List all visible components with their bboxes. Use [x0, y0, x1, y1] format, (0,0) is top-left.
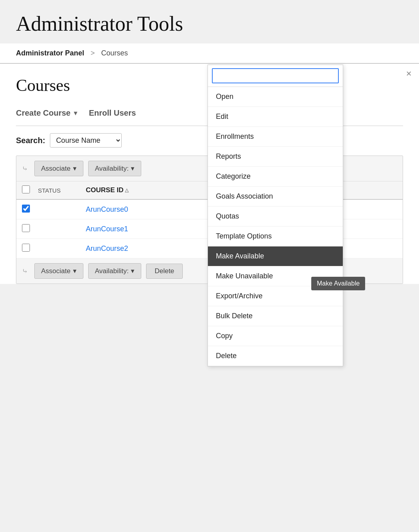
dropdown-item-edit[interactable]: Edit [208, 107, 343, 127]
search-label: Search: [16, 136, 45, 145]
dropdown-item-enrollments[interactable]: Enrollments [208, 127, 343, 147]
page-header: Administrator Tools [0, 0, 419, 43]
dropdown-item-copy[interactable]: Copy [208, 326, 343, 346]
bottom-availability-button[interactable]: Availability: ▾ [88, 263, 142, 279]
dropdown-item-open[interactable]: Open [208, 87, 343, 107]
create-course-chevron-icon: ▾ [74, 109, 77, 117]
make-available-tooltip: Make Available [311, 277, 365, 290]
dropdown-item-delete[interactable]: Delete [208, 346, 343, 366]
dropdown-search-row [208, 65, 343, 87]
context-dropdown: Open Edit Enrollments Reports Categorize… [208, 65, 343, 366]
top-associate-chevron-icon: ▾ [73, 164, 77, 173]
row-checkbox-cell-1 [22, 205, 38, 214]
row-checkbox-cell-3 [22, 244, 38, 253]
top-availability-chevron-icon: ▾ [131, 164, 134, 173]
dropdown-search-input[interactable] [212, 68, 339, 83]
bottom-associate-chevron-icon: ▾ [73, 267, 77, 275]
action-row-arrow-icon: ⤷ [22, 164, 28, 173]
dropdown-item-template-options[interactable]: Template Options [208, 227, 343, 246]
course-id-sort-icon[interactable]: △ [125, 187, 128, 193]
dropdown-item-make-available[interactable]: Make Available [208, 246, 343, 266]
header-status: STATUS [38, 187, 86, 194]
enroll-users-label: Enroll Users [89, 108, 136, 117]
top-associate-button[interactable]: Associate ▾ [34, 161, 83, 176]
create-course-button[interactable]: Create Course ▾ [16, 107, 77, 119]
row-checkbox-1[interactable] [22, 205, 30, 213]
dropdown-item-categorize[interactable]: Categorize [208, 167, 343, 187]
create-course-label: Create Course [16, 108, 71, 118]
enroll-users-button[interactable]: Enroll Users [89, 108, 136, 118]
breadcrumb: Administrator Panel > Courses [0, 43, 419, 64]
dropdown-item-bulk-delete[interactable]: Bulk Delete [208, 306, 343, 326]
bottom-delete-button[interactable]: Delete [146, 264, 182, 279]
page-title: Administrator Tools [16, 12, 403, 35]
bottom-availability-chevron-icon: ▾ [131, 267, 134, 275]
row-checkbox-cell-2 [22, 224, 38, 234]
bottom-delete-label: Delete [154, 267, 174, 275]
breadcrumb-separator: > [91, 49, 95, 57]
bottom-action-row-arrow-icon: ⤷ [22, 267, 28, 276]
top-associate-label: Associate [41, 165, 71, 173]
select-all-checkbox[interactable] [22, 185, 30, 193]
top-availability-button[interactable]: Availability: ▾ [88, 161, 142, 176]
search-type-select[interactable]: Course Name Course ID Instructor Descrip… [50, 133, 122, 148]
bottom-associate-label: Associate [41, 267, 71, 275]
header-checkbox-cell [22, 185, 38, 195]
row-checkbox-2[interactable] [22, 224, 30, 232]
row-checkbox-3[interactable] [22, 244, 30, 252]
breadcrumb-admin[interactable]: Administrator Panel [16, 49, 84, 57]
dropdown-search-clear-icon[interactable]: ✕ [406, 69, 412, 78]
dropdown-item-quotas[interactable]: Quotas [208, 207, 343, 227]
top-availability-label: Availability: [95, 165, 129, 173]
dropdown-item-goals-association[interactable]: Goals Association [208, 187, 343, 207]
breadcrumb-courses[interactable]: Courses [101, 49, 128, 57]
dropdown-item-reports[interactable]: Reports [208, 147, 343, 167]
bottom-availability-label: Availability: [95, 267, 129, 275]
bottom-associate-button[interactable]: Associate ▾ [34, 263, 83, 279]
